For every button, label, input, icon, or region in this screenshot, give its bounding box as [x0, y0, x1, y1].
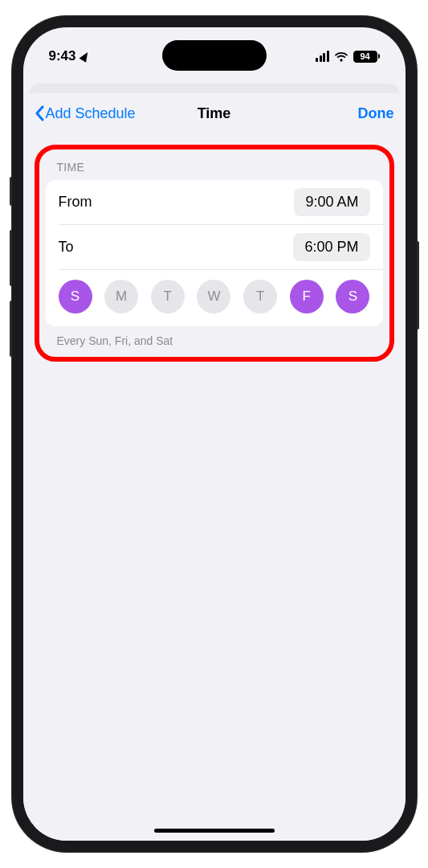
battery-percent: 94 — [360, 51, 369, 61]
cellular-signal-icon — [316, 51, 329, 62]
battery-indicator: 94 — [353, 51, 380, 63]
days-selector: S M T W T F S — [46, 270, 383, 326]
mute-switch — [10, 177, 12, 206]
day-toggle-wed[interactable]: W — [197, 280, 230, 313]
page-title: Time — [198, 105, 231, 122]
wifi-icon — [334, 51, 349, 62]
day-toggle-thu[interactable]: T — [243, 280, 277, 313]
schedule-summary: Every Sun, Fri, and Sat — [46, 326, 383, 347]
from-label: From — [59, 194, 92, 211]
to-row: To 6:00 PM — [46, 225, 383, 269]
volume-down-button — [10, 301, 12, 357]
time-card: From 9:00 AM To 6:00 PM S M T — [46, 180, 383, 326]
phone-frame: 9:43 94 Add — [12, 16, 417, 852]
to-time-picker[interactable]: 6:00 PM — [293, 233, 369, 261]
modal-sheet: Add Schedule Time Done TIME From 9:00 AM — [23, 93, 406, 841]
section-header: TIME — [46, 158, 383, 180]
status-time: 9:43 — [49, 48, 76, 64]
power-button — [417, 241, 419, 330]
home-indicator[interactable] — [154, 829, 275, 833]
day-toggle-fri[interactable]: F — [290, 280, 324, 313]
day-toggle-sun[interactable]: S — [59, 280, 92, 313]
to-label: To — [59, 239, 74, 256]
back-label: Add Schedule — [46, 105, 136, 122]
from-time-picker[interactable]: 9:00 AM — [294, 188, 369, 216]
day-toggle-tue[interactable]: T — [151, 280, 185, 313]
dynamic-island — [162, 40, 267, 71]
volume-up-button — [10, 230, 12, 286]
navigation-bar: Add Schedule Time Done — [23, 93, 406, 133]
back-button[interactable]: Add Schedule — [35, 105, 136, 122]
day-toggle-sat[interactable]: S — [336, 280, 369, 313]
day-toggle-mon[interactable]: M — [104, 280, 138, 313]
from-row: From 9:00 AM — [46, 180, 383, 224]
location-icon — [79, 50, 91, 62]
highlight-annotation: TIME From 9:00 AM To 6:00 PM — [35, 145, 394, 362]
chevron-left-icon — [35, 105, 44, 121]
done-button[interactable]: Done — [358, 105, 394, 122]
